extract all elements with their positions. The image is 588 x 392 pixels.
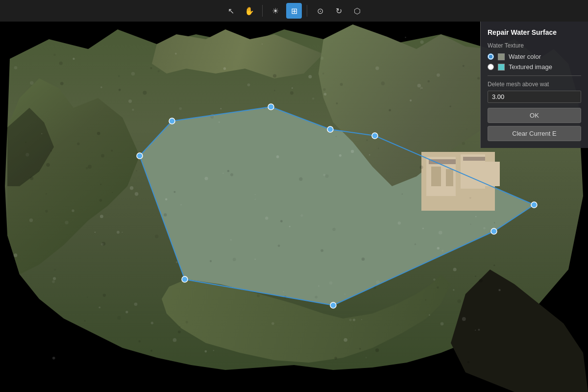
water-repair-icon[interactable]: ⊞: [286, 3, 302, 19]
panel-title: Repair Water Surface: [488, 28, 581, 36]
cursor-icon[interactable]: ↖: [223, 3, 239, 19]
textured-image-label[interactable]: Textured image: [509, 63, 552, 71]
water-color-radio[interactable]: [488, 53, 494, 60]
water-color-swatch: [498, 53, 505, 60]
clear-button[interactable]: Clear Current E: [488, 126, 581, 141]
value-input[interactable]: 3.00: [488, 91, 581, 103]
delete-mesh-label: Delete mesh above wat: [488, 81, 581, 88]
sun-icon[interactable]: ☀: [268, 3, 283, 19]
textured-image-option[interactable]: Textured image: [488, 63, 581, 71]
divider: [488, 75, 581, 76]
toolbar-divider-4: [307, 5, 307, 17]
water-color-option[interactable]: Water color: [488, 53, 581, 60]
side-panel: Repair Water Surface Water Texture Water…: [480, 22, 588, 148]
toolbar-divider-2: [262, 5, 263, 17]
ok-button[interactable]: OK: [488, 108, 581, 123]
textured-image-radio[interactable]: [488, 64, 494, 70]
water-texture-label: Water Texture: [488, 42, 581, 49]
terrain-icon[interactable]: ⊙: [312, 3, 328, 19]
mesh-icon[interactable]: ⬡: [349, 3, 365, 19]
toolbar: ↖✋☀⊞⊙↻⬡: [0, 0, 588, 22]
water-color-label[interactable]: Water color: [509, 53, 541, 60]
textured-image-swatch: [498, 64, 505, 71]
hand-icon[interactable]: ✋: [242, 3, 257, 19]
rotate-icon[interactable]: ↻: [331, 3, 346, 19]
